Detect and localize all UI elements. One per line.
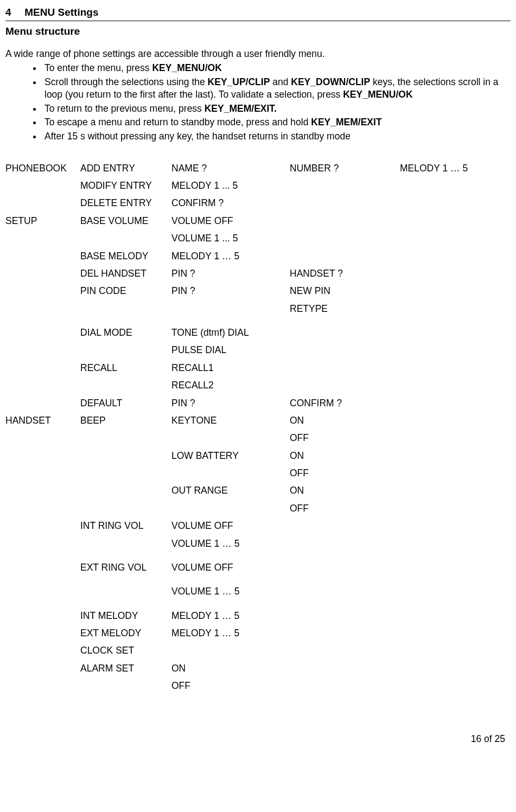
table-cell: OFF [171, 677, 290, 694]
table-row: OFF [5, 500, 511, 517]
table-cell [400, 324, 511, 341]
table-cell [5, 464, 80, 482]
key-name: KEY_MENU/OK [152, 62, 221, 73]
section-title: MENU Settings [24, 7, 98, 18]
table-row: EXT MELODYMELODY 1 … 5 [5, 624, 511, 642]
table-cell: SETUP [5, 212, 80, 229]
table-cell: ON [290, 482, 400, 499]
table-cell: NUMBER ? [290, 159, 400, 177]
instruction-list: To enter the menu, press KEY_MENU/OK Scr… [5, 62, 511, 143]
table-cell [400, 177, 511, 194]
text: and [270, 76, 291, 87]
table-cell: RECALL2 [171, 376, 290, 394]
table-cell: ON [290, 412, 400, 429]
table-cell [5, 660, 80, 677]
table-cell: INT RING VOL [80, 517, 171, 534]
text: To enter the menu, press [44, 62, 152, 73]
table-row: DELETE ENTRYCONFIRM ? [5, 194, 511, 212]
table-cell [5, 624, 80, 642]
table-cell [171, 464, 290, 482]
table-cell: DELETE ENTRY [80, 194, 171, 212]
table-row: PULSE DIAL [5, 341, 511, 359]
table-cell: KEYTONE [171, 412, 290, 429]
section-number: 4 [5, 5, 22, 20]
table-row: OFF [5, 677, 511, 694]
table-row: PHONEBOOKADD ENTRYNAME ?NUMBER ?MELODY 1… [5, 159, 511, 177]
table-cell [400, 500, 511, 517]
table-cell [400, 429, 511, 446]
table-row: SETUPBASE VOLUMEVOLUME OFF [5, 212, 511, 229]
table-row: RECALL2 [5, 376, 511, 394]
table-cell: PHONEBOOK [5, 159, 80, 177]
table-row: LOW BATTERYON [5, 447, 511, 464]
table-cell [400, 677, 511, 694]
table-cell: CLOCK SET [80, 642, 171, 659]
table-cell: OFF [290, 464, 400, 482]
table-row: BASE MELODYMELODY 1 … 5 [5, 247, 511, 265]
table-row: OFF [5, 464, 511, 482]
table-cell [80, 482, 171, 499]
table-cell [5, 607, 80, 624]
table-cell [5, 535, 80, 552]
table-cell: OUT RANGE [171, 482, 290, 499]
list-item: Scroll through the selections using the … [42, 76, 511, 101]
table-cell [5, 247, 80, 265]
table-cell [80, 376, 171, 394]
table-cell: VOLUME OFF [171, 212, 290, 229]
table-cell [290, 247, 400, 265]
table-row: PIN CODEPIN ?NEW PIN [5, 282, 511, 299]
table-cell [5, 229, 80, 247]
table-cell [290, 359, 400, 376]
table-cell [290, 194, 400, 212]
table-cell: VOLUME 1 … 5 [171, 535, 290, 552]
table-cell [5, 642, 80, 659]
table-cell: BEEP [80, 412, 171, 429]
table-cell [400, 517, 511, 534]
table-cell: ALARM SET [80, 660, 171, 677]
table-cell: PIN CODE [80, 282, 171, 299]
table-cell: TONE (dtmf) DIAL [171, 324, 290, 341]
table-cell [400, 341, 511, 359]
table-row: EXT RING VOLVOLUME OFF [5, 559, 511, 576]
table-cell: EXT RING VOL [80, 559, 171, 576]
intro-text: A wide range of phone settings are acces… [5, 48, 511, 61]
table-cell: OFF [290, 500, 400, 517]
table-row: RETYPE [5, 300, 511, 317]
table-cell [290, 624, 400, 642]
table-row: ALARM SETON [5, 660, 511, 677]
table-cell [290, 212, 400, 229]
list-item: After 15 s without pressing any key, the… [42, 130, 511, 143]
table-row: OFF [5, 429, 511, 446]
table-cell: VOLUME 1 … 5 [171, 583, 290, 600]
table-cell: DIAL MODE [80, 324, 171, 341]
page-number: 16 of 25 [5, 733, 511, 746]
table-cell: INT MELODY [80, 607, 171, 624]
table-cell [400, 212, 511, 229]
table-cell: CONFIRM ? [171, 194, 290, 212]
table-cell [290, 535, 400, 552]
table-cell [290, 324, 400, 341]
table-cell [400, 583, 511, 600]
table-cell [80, 535, 171, 552]
table-cell [400, 624, 511, 642]
table-row: RECALLRECALL1 [5, 359, 511, 376]
table-cell [400, 394, 511, 412]
table-cell [5, 359, 80, 376]
key-name: KEY_UP/CLIP [208, 76, 270, 87]
key-name: KEY_DOWN/CLIP [291, 76, 370, 87]
table-row: INT RING VOLVOLUME OFF [5, 517, 511, 534]
table-cell: PIN ? [171, 282, 290, 299]
table-cell [5, 194, 80, 212]
table-cell [400, 300, 511, 317]
table-cell [5, 324, 80, 341]
table-cell [5, 482, 80, 499]
table-cell [80, 229, 171, 247]
table-cell [290, 642, 400, 659]
table-cell [5, 177, 80, 194]
table-cell [80, 300, 171, 317]
table-cell: PIN ? [171, 265, 290, 282]
table-cell [400, 359, 511, 376]
table-cell [290, 229, 400, 247]
table-cell [80, 677, 171, 694]
table-row: VOLUME 1 … 5 [5, 583, 511, 600]
